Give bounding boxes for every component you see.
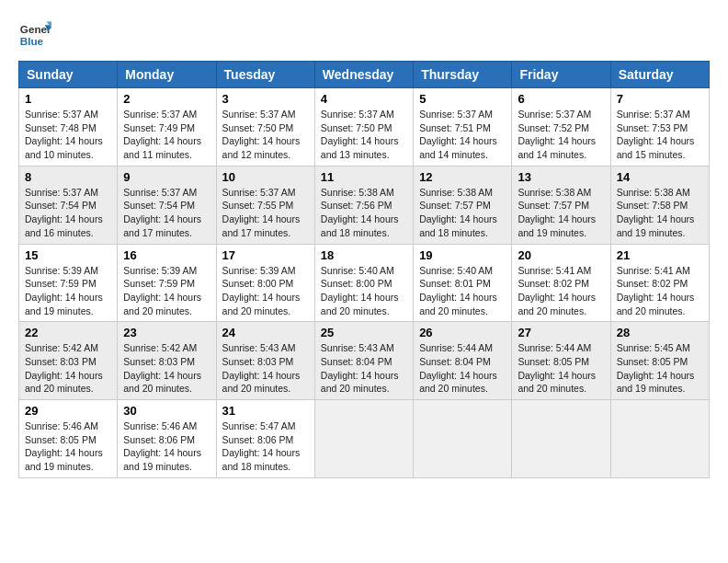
weekday-header-sunday: Sunday <box>19 62 118 88</box>
day-info: Sunrise: 5:37 AM Sunset: 7:51 PM Dayligh… <box>419 108 506 162</box>
page-header: General Blue <box>18 18 710 52</box>
svg-text:Blue: Blue <box>20 35 44 47</box>
day-number: 28 <box>617 326 703 339</box>
calendar-day-cell: 24Sunrise: 5:43 AM Sunset: 8:03 PM Dayli… <box>216 322 314 400</box>
weekday-header-wednesday: Wednesday <box>314 62 413 88</box>
calendar-day-cell <box>414 400 512 478</box>
day-info: Sunrise: 5:37 AM Sunset: 7:50 PM Dayligh… <box>222 108 309 162</box>
svg-text:General: General <box>20 23 51 35</box>
day-number: 4 <box>321 92 407 106</box>
calendar-day-cell: 12Sunrise: 5:38 AM Sunset: 7:57 PM Dayli… <box>414 166 512 244</box>
day-number: 26 <box>419 326 506 339</box>
day-number: 5 <box>419 92 506 106</box>
day-number: 10 <box>222 170 309 184</box>
weekday-header-row: SundayMondayTuesdayWednesdayThursdayFrid… <box>19 62 710 88</box>
calendar-day-cell: 16Sunrise: 5:39 AM Sunset: 7:59 PM Dayli… <box>118 244 216 322</box>
day-info: Sunrise: 5:39 AM Sunset: 7:59 PM Dayligh… <box>123 264 210 318</box>
day-info: Sunrise: 5:37 AM Sunset: 7:52 PM Dayligh… <box>518 108 604 162</box>
calendar-day-cell: 3Sunrise: 5:37 AM Sunset: 7:50 PM Daylig… <box>216 88 314 167</box>
calendar-day-cell: 19Sunrise: 5:40 AM Sunset: 8:01 PM Dayli… <box>414 244 512 322</box>
calendar-week-row: 22Sunrise: 5:42 AM Sunset: 8:03 PM Dayli… <box>19 322 710 400</box>
weekday-header-friday: Friday <box>512 62 610 88</box>
calendar-week-row: 1Sunrise: 5:37 AM Sunset: 7:48 PM Daylig… <box>19 88 710 167</box>
day-info: Sunrise: 5:37 AM Sunset: 7:54 PM Dayligh… <box>25 186 111 240</box>
day-number: 17 <box>222 248 309 262</box>
day-number: 12 <box>419 170 506 184</box>
calendar-day-cell: 5Sunrise: 5:37 AM Sunset: 7:51 PM Daylig… <box>414 88 512 167</box>
day-info: Sunrise: 5:38 AM Sunset: 7:56 PM Dayligh… <box>321 186 407 240</box>
day-info: Sunrise: 5:40 AM Sunset: 8:00 PM Dayligh… <box>321 264 407 318</box>
calendar-day-cell: 1Sunrise: 5:37 AM Sunset: 7:48 PM Daylig… <box>19 88 118 167</box>
calendar-day-cell: 26Sunrise: 5:44 AM Sunset: 8:04 PM Dayli… <box>414 322 512 400</box>
weekday-header-saturday: Saturday <box>610 62 709 88</box>
day-number: 20 <box>518 248 604 262</box>
day-info: Sunrise: 5:41 AM Sunset: 8:02 PM Dayligh… <box>617 264 703 318</box>
calendar-day-cell: 21Sunrise: 5:41 AM Sunset: 8:02 PM Dayli… <box>610 244 709 322</box>
calendar-day-cell: 11Sunrise: 5:38 AM Sunset: 7:56 PM Dayli… <box>314 166 413 244</box>
calendar-day-cell: 30Sunrise: 5:46 AM Sunset: 8:06 PM Dayli… <box>118 400 216 478</box>
day-info: Sunrise: 5:37 AM Sunset: 7:54 PM Dayligh… <box>123 186 210 240</box>
weekday-header-thursday: Thursday <box>414 62 512 88</box>
calendar-week-row: 15Sunrise: 5:39 AM Sunset: 7:59 PM Dayli… <box>19 244 710 322</box>
day-number: 23 <box>123 326 210 339</box>
day-number: 13 <box>518 170 604 184</box>
day-number: 11 <box>321 170 407 184</box>
day-info: Sunrise: 5:37 AM Sunset: 7:55 PM Dayligh… <box>222 186 309 240</box>
calendar-day-cell: 18Sunrise: 5:40 AM Sunset: 8:00 PM Dayli… <box>314 244 413 322</box>
calendar-day-cell: 8Sunrise: 5:37 AM Sunset: 7:54 PM Daylig… <box>19 166 118 244</box>
day-info: Sunrise: 5:37 AM Sunset: 7:48 PM Dayligh… <box>25 108 111 162</box>
day-number: 22 <box>25 326 111 339</box>
calendar-day-cell: 10Sunrise: 5:37 AM Sunset: 7:55 PM Dayli… <box>216 166 314 244</box>
calendar-day-cell: 6Sunrise: 5:37 AM Sunset: 7:52 PM Daylig… <box>512 88 610 167</box>
calendar-day-cell: 20Sunrise: 5:41 AM Sunset: 8:02 PM Dayli… <box>512 244 610 322</box>
day-info: Sunrise: 5:42 AM Sunset: 8:03 PM Dayligh… <box>25 341 111 396</box>
weekday-header-tuesday: Tuesday <box>216 62 314 88</box>
calendar-week-row: 29Sunrise: 5:46 AM Sunset: 8:05 PM Dayli… <box>19 400 710 478</box>
day-info: Sunrise: 5:42 AM Sunset: 8:03 PM Dayligh… <box>123 341 210 396</box>
day-info: Sunrise: 5:39 AM Sunset: 7:59 PM Dayligh… <box>25 264 111 318</box>
day-number: 15 <box>25 248 111 262</box>
calendar-day-cell: 29Sunrise: 5:46 AM Sunset: 8:05 PM Dayli… <box>19 400 118 478</box>
calendar-day-cell: 7Sunrise: 5:37 AM Sunset: 7:53 PM Daylig… <box>610 88 709 167</box>
day-info: Sunrise: 5:38 AM Sunset: 7:57 PM Dayligh… <box>518 186 604 240</box>
calendar-day-cell: 15Sunrise: 5:39 AM Sunset: 7:59 PM Dayli… <box>19 244 118 322</box>
day-number: 3 <box>222 92 309 106</box>
day-info: Sunrise: 5:40 AM Sunset: 8:01 PM Dayligh… <box>419 264 506 318</box>
day-info: Sunrise: 5:45 AM Sunset: 8:05 PM Dayligh… <box>617 341 703 396</box>
calendar-day-cell: 23Sunrise: 5:42 AM Sunset: 8:03 PM Dayli… <box>118 322 216 400</box>
calendar-table: SundayMondayTuesdayWednesdayThursdayFrid… <box>18 61 710 478</box>
day-info: Sunrise: 5:44 AM Sunset: 8:05 PM Dayligh… <box>518 341 604 396</box>
day-info: Sunrise: 5:37 AM Sunset: 7:53 PM Dayligh… <box>617 108 703 162</box>
day-number: 30 <box>123 404 210 418</box>
calendar-day-cell: 28Sunrise: 5:45 AM Sunset: 8:05 PM Dayli… <box>610 322 709 400</box>
calendar-day-cell: 31Sunrise: 5:47 AM Sunset: 8:06 PM Dayli… <box>216 400 314 478</box>
day-info: Sunrise: 5:46 AM Sunset: 8:05 PM Dayligh… <box>25 419 111 474</box>
calendar-week-row: 8Sunrise: 5:37 AM Sunset: 7:54 PM Daylig… <box>19 166 710 244</box>
calendar-day-cell: 17Sunrise: 5:39 AM Sunset: 8:00 PM Dayli… <box>216 244 314 322</box>
day-info: Sunrise: 5:37 AM Sunset: 7:49 PM Dayligh… <box>123 108 210 162</box>
calendar-day-cell <box>512 400 610 478</box>
calendar-day-cell: 27Sunrise: 5:44 AM Sunset: 8:05 PM Dayli… <box>512 322 610 400</box>
day-number: 14 <box>617 170 703 184</box>
day-number: 7 <box>617 92 703 106</box>
calendar-day-cell: 13Sunrise: 5:38 AM Sunset: 7:57 PM Dayli… <box>512 166 610 244</box>
calendar-day-cell <box>610 400 709 478</box>
day-number: 31 <box>222 404 309 418</box>
day-info: Sunrise: 5:39 AM Sunset: 8:00 PM Dayligh… <box>222 264 309 318</box>
day-number: 16 <box>123 248 210 262</box>
day-info: Sunrise: 5:46 AM Sunset: 8:06 PM Dayligh… <box>123 419 210 474</box>
calendar-day-cell: 4Sunrise: 5:37 AM Sunset: 7:50 PM Daylig… <box>314 88 413 167</box>
day-info: Sunrise: 5:43 AM Sunset: 8:04 PM Dayligh… <box>321 341 407 396</box>
calendar-day-cell: 22Sunrise: 5:42 AM Sunset: 8:03 PM Dayli… <box>19 322 118 400</box>
day-number: 25 <box>321 326 407 339</box>
day-number: 19 <box>419 248 506 262</box>
day-number: 6 <box>518 92 604 106</box>
day-info: Sunrise: 5:44 AM Sunset: 8:04 PM Dayligh… <box>419 341 506 396</box>
day-number: 29 <box>25 404 111 418</box>
day-number: 1 <box>25 92 111 106</box>
day-number: 18 <box>321 248 407 262</box>
weekday-header-monday: Monday <box>118 62 216 88</box>
calendar-day-cell: 14Sunrise: 5:38 AM Sunset: 7:58 PM Dayli… <box>610 166 709 244</box>
day-number: 24 <box>222 326 309 339</box>
day-number: 8 <box>25 170 111 184</box>
